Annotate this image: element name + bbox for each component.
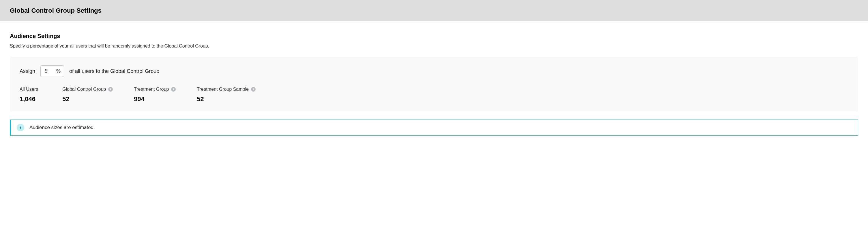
audience-settings-title: Audience Settings bbox=[10, 33, 858, 39]
info-icon[interactable] bbox=[171, 87, 176, 91]
audience-panel: Assign % of all users to the Global Cont… bbox=[10, 57, 858, 112]
stat-treatment-sample-label: Treatment Group Sample bbox=[197, 87, 249, 92]
info-icon[interactable] bbox=[108, 87, 113, 91]
svg-rect-1 bbox=[110, 89, 111, 90]
info-letter-i: i bbox=[20, 125, 21, 130]
stat-treatment: Treatment Group 994 bbox=[134, 87, 183, 103]
percent-input[interactable] bbox=[40, 65, 64, 77]
stat-all-users-value: 1,046 bbox=[20, 96, 49, 103]
stat-treatment-sample-label-row: Treatment Group Sample bbox=[197, 87, 256, 92]
info-alert: i Audience sizes are estimated. bbox=[10, 119, 858, 136]
info-alert-text: Audience sizes are estimated. bbox=[29, 125, 95, 130]
stat-treatment-value: 994 bbox=[134, 96, 183, 103]
stat-treatment-label: Treatment Group bbox=[134, 87, 169, 92]
assign-row: Assign % of all users to the Global Cont… bbox=[20, 65, 848, 77]
stat-global-control-value: 52 bbox=[62, 96, 120, 103]
stat-global-control-label: Global Control Group bbox=[62, 87, 106, 92]
svg-rect-3 bbox=[173, 89, 174, 90]
page-header: Global Control Group Settings bbox=[0, 0, 868, 21]
assign-prefix-label: Assign bbox=[20, 68, 35, 74]
info-icon[interactable] bbox=[251, 87, 256, 91]
info-alert-icon: i bbox=[17, 124, 24, 131]
stat-global-control: Global Control Group 52 bbox=[62, 87, 120, 103]
svg-point-0 bbox=[110, 88, 111, 89]
audience-settings-description: Specify a percentage of your all users t… bbox=[10, 43, 858, 49]
stat-treatment-sample-value: 52 bbox=[197, 96, 256, 103]
stat-all-users: All Users 1,046 bbox=[20, 87, 49, 103]
stat-treatment-label-row: Treatment Group bbox=[134, 87, 183, 92]
stat-global-control-label-row: Global Control Group bbox=[62, 87, 120, 92]
stat-treatment-sample: Treatment Group Sample 52 bbox=[197, 87, 256, 103]
stat-all-users-label: All Users bbox=[20, 87, 38, 92]
percent-input-wrap: % bbox=[40, 65, 64, 77]
stats-row: All Users 1,046 Global Control Group 52 … bbox=[20, 87, 848, 103]
svg-point-2 bbox=[173, 88, 174, 89]
assign-suffix-label: of all users to the Global Control Group bbox=[69, 68, 159, 74]
page-title: Global Control Group Settings bbox=[10, 7, 858, 14]
svg-rect-5 bbox=[253, 89, 254, 90]
svg-point-4 bbox=[253, 88, 254, 89]
stat-all-users-label-row: All Users bbox=[20, 87, 49, 92]
content-area: Audience Settings Specify a percentage o… bbox=[0, 21, 868, 136]
